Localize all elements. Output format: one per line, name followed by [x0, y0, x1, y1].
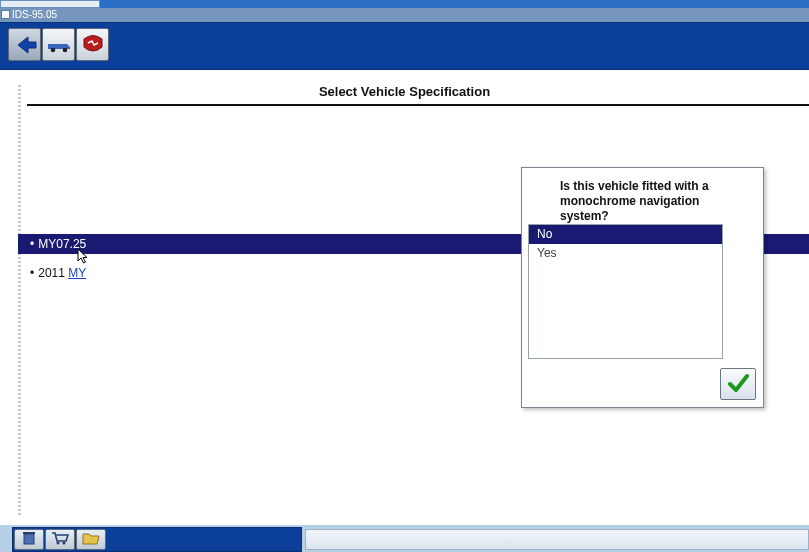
confirm-button[interactable] — [720, 368, 756, 400]
svg-point-5 — [57, 542, 60, 545]
bullet-icon: • — [30, 266, 34, 280]
status-strip — [305, 529, 809, 550]
arrow-left-icon — [12, 34, 38, 56]
svg-point-2 — [62, 47, 67, 52]
title-divider — [27, 104, 809, 106]
check-icon — [727, 372, 749, 397]
child-window-titlebar: IDS-95.05 — [0, 8, 809, 22]
taskbar-tab[interactable] — [0, 0, 100, 8]
main-toolbar — [0, 22, 809, 70]
question-panel: Is this vehicle fitted with a monochrome… — [521, 167, 764, 408]
spec-item-label: 2011 — [38, 266, 68, 280]
cart-icon — [50, 530, 70, 549]
spec-item-label: MY07.25 — [38, 237, 86, 251]
svg-point-1 — [50, 47, 55, 52]
trash-icon — [19, 530, 39, 549]
vehicle-button[interactable] — [42, 28, 75, 61]
cart-button[interactable] — [45, 529, 75, 550]
folder-open-icon — [81, 530, 101, 549]
svg-rect-4 — [23, 532, 35, 534]
truck-icon — [46, 34, 72, 56]
diagnostics-button[interactable] — [76, 28, 109, 61]
svg-rect-3 — [24, 534, 34, 544]
page-title: Select Vehicle Specification — [319, 84, 490, 99]
child-window-title: IDS-95.05 — [12, 9, 57, 20]
option-item[interactable]: No — [529, 225, 722, 244]
red-badge-icon — [80, 33, 106, 57]
svg-rect-0 — [48, 44, 61, 49]
spec-item-link-suffix[interactable]: MY — [68, 266, 86, 280]
bottom-bar — [0, 525, 809, 552]
svg-point-6 — [63, 542, 66, 545]
question-prompt: Is this vehicle fitted with a monochrome… — [560, 179, 749, 224]
waste-bin-button[interactable] — [14, 529, 44, 550]
tree-gutter — [18, 85, 21, 515]
bottom-tool-tray — [12, 527, 302, 552]
window-system-icon — [1, 10, 10, 19]
os-taskbar — [0, 0, 809, 8]
option-listbox[interactable]: No Yes — [528, 224, 723, 359]
workspace: Select Vehicle Specification •MY07.25 •2… — [0, 70, 809, 525]
back-button[interactable] — [8, 28, 41, 61]
bullet-icon: • — [30, 237, 34, 251]
open-folder-button[interactable] — [76, 529, 106, 550]
option-item[interactable]: Yes — [529, 244, 722, 263]
